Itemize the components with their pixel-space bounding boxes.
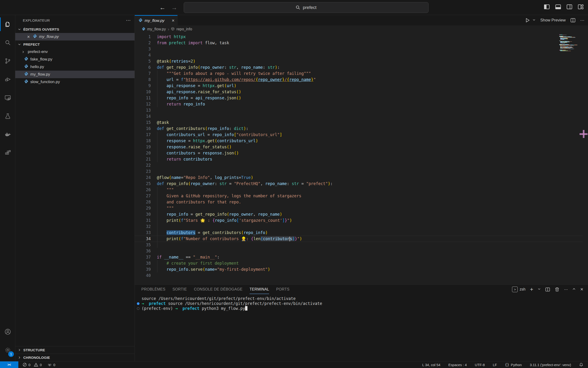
terminal-dropdown-chevron-icon[interactable] (538, 287, 541, 292)
new-terminal-icon[interactable]: + (530, 286, 533, 293)
activity-testing-icon[interactable] (0, 107, 15, 125)
python-interpreter-status[interactable]: 3.11.1 ('prefect-env': venv) (530, 363, 571, 367)
language-mode-status[interactable]: {} Python (505, 363, 522, 367)
code-line[interactable]: 34print(f"Number of contributors 👷: {len… (135, 236, 588, 242)
code-line[interactable]: 23 (135, 168, 588, 175)
file-tree-item-hello-py[interactable]: hello.py (15, 63, 134, 71)
code-line[interactable]: 36 (135, 248, 588, 254)
section-chronologie[interactable]: CHRONOLOGIE (15, 354, 134, 361)
code-line[interactable]: 5@task(retries=2) (135, 58, 588, 64)
eol-status[interactable]: LF (493, 363, 497, 367)
breadcrumb-file[interactable]: my_flow.py (147, 27, 166, 31)
code-line[interactable]: 24@flow(name="Repo Info", log_prints=Tru… (135, 175, 588, 181)
editor-more-actions-icon[interactable]: ⋯ (580, 18, 584, 23)
code-line[interactable]: 18response = httpx.get(contributors_url) (135, 138, 588, 144)
tab-close-icon[interactable]: × (172, 18, 175, 23)
minimap[interactable] (559, 34, 583, 52)
activity-run-debug-icon[interactable] (0, 70, 15, 89)
code-line[interactable]: 37if __name__ == "__main__": (135, 254, 588, 260)
ports-status[interactable]: 0 (47, 363, 55, 367)
code-line[interactable]: 16def get_contributors(repo_info: dict): (135, 126, 588, 132)
explorer-more-actions-icon[interactable]: ⋯ (126, 18, 131, 23)
code-line[interactable]: 21return contributors (135, 156, 588, 162)
indentation-status[interactable]: Espaces : 4 (448, 363, 467, 367)
code-line[interactable]: 9api_response = httpx.get(url) (135, 83, 588, 89)
code-line[interactable]: 27Given a GitHub repository, logs the nu… (135, 193, 588, 199)
panel-tab-terminal[interactable]: TERMINAL (250, 285, 269, 294)
cursor-position-status[interactable]: L 34, col 54 (422, 363, 440, 367)
open-editors-section-header[interactable]: ÉDITEURS OUVERTS (15, 25, 134, 33)
activity-search-icon[interactable] (0, 33, 15, 52)
open-editor-item[interactable]: ×my_flow.py (15, 33, 134, 40)
command-center-search[interactable]: prefect (184, 2, 429, 13)
code-line[interactable]: 28and contributors for that repo. (135, 199, 588, 205)
maximize-panel-icon[interactable] (572, 287, 576, 292)
close-icon[interactable]: × (26, 34, 31, 40)
run-python-file-icon[interactable] (525, 18, 530, 23)
close-panel-icon[interactable]: × (580, 286, 583, 292)
panel-tab-probl-mes[interactable]: PROBLÈMES (141, 285, 165, 294)
code-line[interactable]: 2from prefect import flow, task (135, 40, 588, 46)
code-line[interactable]: 22 (135, 162, 588, 168)
file-tree-item-prefect-env[interactable]: prefect-env (15, 48, 134, 55)
activity-docker-icon[interactable] (0, 125, 15, 144)
activity-source-control-icon[interactable] (0, 52, 15, 70)
workspace-section-header[interactable]: PREFECT (15, 40, 134, 48)
customize-layout-icon[interactable] (578, 4, 584, 10)
code-line[interactable]: 39repo_info.serve(name="my-first-deploym… (135, 266, 588, 272)
code-editor[interactable]: 1import httpx2from prefect import flow, … (135, 33, 588, 285)
panel-tab-sortie[interactable]: SORTIE (172, 285, 187, 294)
code-line[interactable]: 8url = f"https://api.github.com/repos/{r… (135, 76, 588, 83)
code-line[interactable]: 7"""Get info about a repo - will retry t… (135, 70, 588, 76)
toggle-primary-sidebar-icon[interactable] (544, 4, 550, 10)
code-line[interactable]: 10api_response.raise_for_status() (135, 89, 588, 95)
kill-terminal-icon[interactable] (555, 287, 560, 292)
panel-tab-ports[interactable]: PORTS (276, 285, 289, 294)
code-line[interactable]: 38# create your first deployment (135, 260, 588, 266)
code-line[interactable]: 3 (135, 46, 588, 52)
code-line[interactable]: 20contributors = response.json() (135, 150, 588, 156)
panel-tab-console-de-d-bogage[interactable]: CONSOLE DE DÉBOGAGE (194, 285, 243, 294)
terminal-line[interactable]: source /Users/henricourdent/git/prefect/… (135, 296, 588, 301)
remote-indicator[interactable]: >< (0, 361, 18, 368)
code-line[interactable]: 14 (135, 113, 588, 119)
problems-status[interactable]: 0 0 (23, 363, 42, 367)
section-structure[interactable]: STRUCTURE (15, 346, 134, 354)
breadcrumb-symbol[interactable]: repo_info (176, 27, 192, 31)
code-line[interactable]: 29""" (135, 205, 588, 211)
encoding-status[interactable]: UTF-8 (475, 363, 485, 367)
code-line[interactable]: 4 (135, 52, 588, 58)
toggle-secondary-sidebar-icon[interactable] (566, 4, 572, 10)
code-line[interactable]: 35 (135, 242, 588, 248)
split-editor-icon[interactable] (570, 18, 576, 23)
terminal-shell-badge[interactable]: > zsh (512, 286, 526, 292)
code-line[interactable]: 11repo_info = api_response.json() (135, 95, 588, 101)
code-line[interactable]: 19response.raise_for_status() (135, 144, 588, 150)
toggle-panel-icon[interactable] (555, 4, 561, 10)
code-line[interactable]: 31print(f"Stars 🌟 : {repo_info['stargaze… (135, 217, 588, 223)
activity-remote-explorer-icon[interactable] (0, 89, 15, 107)
code-line[interactable]: 40 (135, 272, 588, 278)
code-line[interactable]: 15@task (135, 119, 588, 126)
activity-account-icon[interactable] (0, 322, 15, 341)
code-line[interactable]: 32 (135, 223, 588, 230)
code-line[interactable]: 12return repo_info (135, 101, 588, 107)
code-line[interactable]: 33contributors = get_contributors(repo_i… (135, 230, 588, 236)
tab-my-flow-py[interactable]: my_flow.py × (135, 15, 178, 25)
navigate-back-icon[interactable]: ← (158, 3, 167, 12)
code-line[interactable]: 25def repo_info(repo_owner: str = "Prefe… (135, 181, 588, 187)
code-line[interactable]: 17contributors_url = repo_info["contribu… (135, 132, 588, 138)
run-dropdown-chevron-icon[interactable] (533, 18, 535, 23)
file-tree-item-my-flow-py[interactable]: my_flow.py (15, 71, 134, 78)
terminal[interactable]: source /Users/henricourdent/git/prefect/… (135, 294, 588, 311)
code-line[interactable]: 6def get_repo_info(repo_owner: str, repo… (135, 64, 588, 70)
code-line[interactable]: 1import httpx (135, 34, 588, 40)
code-line[interactable]: 13 (135, 107, 588, 113)
file-tree-item-fake-flow-py[interactable]: fake_flow.py (15, 55, 134, 63)
file-tree-item-slow-function-py[interactable]: slow_function.py (15, 78, 134, 86)
code-line[interactable]: 30repo_info = get_repo_info(repo_owner, … (135, 211, 588, 217)
activity-extensions-icon[interactable] (0, 144, 15, 162)
terminal-line[interactable]: → prefect source /Users/henricourdent/gi… (135, 301, 588, 306)
activity-explorer-icon[interactable] (0, 15, 15, 33)
notifications-bell-icon[interactable] (579, 363, 583, 367)
